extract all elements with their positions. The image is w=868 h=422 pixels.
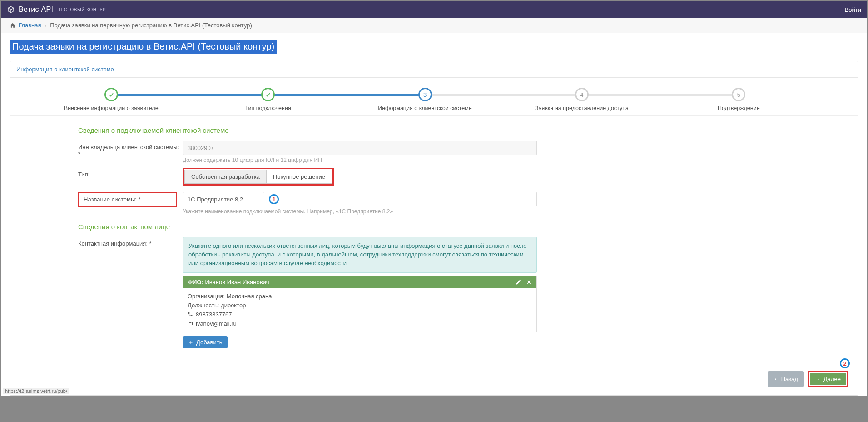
panel-header: Информация о клиентской системе (10, 61, 858, 78)
contact-pos: директор (221, 302, 246, 309)
step-1-label: Внесение информации о заявителе (33, 105, 189, 111)
annotation-1: 1 (269, 194, 279, 204)
inn-label: Инн владельца клиентской системы: * (78, 141, 183, 157)
breadcrumb-current: Подача заявки на первичную регистрацию в… (50, 22, 252, 29)
annotation-2: 2 (840, 358, 850, 368)
contact-info-hint-box: Укажите одного или нескольких ответствен… (183, 237, 537, 273)
top-bar: Ветис.API ТЕСТОВЫЙ КОНТУР Войти (1, 1, 867, 18)
main-panel: Информация о клиентской системе Внесение… (10, 61, 858, 396)
step-3: 3 Информация о клиентской системе (347, 88, 503, 111)
system-name-label: Название системы: * (80, 194, 144, 205)
plus-icon (188, 340, 193, 345)
status-bar-url: https://t2-anlms.vetrf.ru/pub/ (3, 388, 69, 394)
contact-fio-label: ФИО: (188, 279, 203, 286)
page-title: Подача заявки на регистрацию в Ветис.API… (10, 40, 277, 54)
inn-hint: Должен содержать 10 цифр для ЮЛ и 12 циф… (183, 157, 537, 163)
phone-icon (188, 311, 193, 317)
arrow-left-icon (773, 377, 779, 382)
back-button[interactable]: Назад (768, 371, 804, 387)
wizard-stepper: Внесение информации о заявителе Тип подк… (10, 78, 858, 116)
arrow-right-icon (815, 377, 821, 382)
step-5-number: 5 (732, 88, 745, 101)
contact-fio: Иванов Иван Иванович (205, 279, 269, 286)
add-contact-label: Добавить (196, 339, 222, 346)
section-client-system-title: Сведения о подключаемой клиентской систе… (78, 126, 850, 134)
contact-email: ivanov@mail.ru (196, 320, 237, 327)
env-label: ТЕСТОВЫЙ КОНТУР (58, 7, 106, 12)
back-button-label: Назад (781, 376, 798, 382)
contact-card: ФИО: Иванов Иван Иванович Организация: М… (183, 276, 537, 333)
step-3-label: Информация о клиентской системе (347, 105, 503, 111)
next-button[interactable]: Далее (810, 373, 846, 385)
step-4-number: 4 (575, 88, 589, 101)
type-option-purchased[interactable]: Покупное решение (266, 170, 332, 184)
check-icon (108, 91, 114, 98)
add-contact-button[interactable]: Добавить (183, 336, 228, 348)
type-option-own[interactable]: Собственная разработка (184, 170, 266, 184)
type-label: Тип: (78, 168, 183, 178)
breadcrumb-separator: › (45, 23, 46, 28)
next-button-label: Далее (823, 376, 841, 382)
step-2-label: Тип подключения (189, 105, 346, 111)
contact-org: Молочная срана (227, 293, 272, 300)
brand-title: Ветис.API (19, 5, 53, 14)
edit-icon[interactable] (516, 279, 521, 285)
step-2: Тип подключения (189, 88, 346, 111)
check-icon (265, 91, 271, 98)
home-icon (10, 22, 16, 29)
close-icon[interactable] (526, 279, 532, 285)
login-link[interactable]: Войти (845, 6, 861, 13)
step-4-label: Заявка на предоставление доступа (503, 105, 660, 111)
contact-pos-label: Должность: (188, 302, 219, 309)
contact-phone: 89873337767 (196, 311, 232, 318)
contact-org-label: Организация: (188, 293, 225, 300)
breadcrumb: Главная › Подача заявки на первичную рег… (1, 18, 867, 33)
contact-info-label: Контактная информация: * (78, 237, 183, 247)
step-5-label: Подтверждение (660, 105, 817, 111)
mail-icon (188, 321, 193, 326)
cube-icon (7, 5, 15, 14)
step-1: Внесение информации о заявителе (33, 88, 189, 111)
system-name-hint: Укажите наименование подключаемой систем… (183, 208, 537, 215)
step-5: 5 Подтверждение (660, 88, 817, 111)
breadcrumb-home[interactable]: Главная (19, 22, 41, 29)
step-4: 4 Заявка на предоставление доступа (503, 88, 660, 111)
inn-input[interactable] (183, 141, 537, 155)
system-name-input[interactable] (183, 192, 264, 206)
section-contact-title: Сведения о контактном лице (78, 223, 850, 231)
step-3-number: 3 (418, 88, 432, 101)
